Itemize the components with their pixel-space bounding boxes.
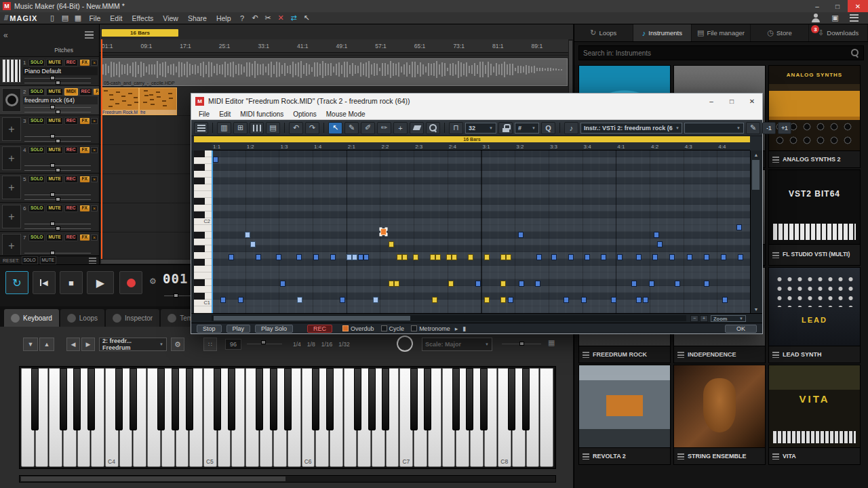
scroll-up-icon[interactable]: ▲	[751, 150, 762, 159]
instrument-card-string-ensemble[interactable]: STRING ENSEMBLE	[673, 365, 766, 465]
menu-share[interactable]: Share	[183, 14, 212, 22]
track-2-solo-button[interactable]: SOLO	[28, 88, 45, 96]
velocity-slider[interactable]	[247, 340, 282, 348]
midi-note[interactable]	[675, 281, 680, 287]
track-5-fx-button[interactable]: FX	[80, 176, 90, 182]
tab-instruments[interactable]: ♪Instruments	[633, 24, 692, 41]
piano-key-white[interactable]	[540, 368, 553, 467]
track-6-rec-button[interactable]: REC	[64, 205, 78, 212]
scissors-icon[interactable]: ✂	[262, 13, 275, 24]
keyboard-volume-slider[interactable]	[502, 342, 541, 347]
editor-menu-options[interactable]: Options	[288, 110, 321, 118]
track-6-fx-button[interactable]: FX	[80, 205, 90, 211]
midi-note[interactable]	[585, 254, 590, 260]
piano-keys[interactable]: C4C5C6C7C8	[21, 368, 554, 467]
track-7-fx-button[interactable]: FX	[80, 235, 90, 241]
instrument-card-lead-synth[interactable]: LEADLEAD SYNTH	[768, 267, 861, 363]
piano-key-black[interactable]	[186, 368, 193, 430]
piano-key-black[interactable]	[256, 368, 263, 430]
search-box[interactable]	[578, 45, 864, 60]
track-3-fx-button[interactable]: FX	[80, 118, 90, 124]
instrument-card-vita[interactable]: VITAVITA	[768, 365, 861, 465]
track-2-rec-button[interactable]: REC	[79, 88, 93, 96]
note-length-1-8[interactable]: 1/8	[307, 341, 315, 348]
editor-ok-button[interactable]: OK	[725, 325, 757, 333]
reset-solo-button[interactable]: SOLO	[22, 256, 38, 264]
editor-menu-edit[interactable]: Edit	[214, 110, 235, 118]
piano-key-black[interactable]	[368, 368, 376, 430]
transpose-up-button[interactable]: +1	[778, 122, 791, 134]
midi-note[interactable]	[245, 232, 250, 238]
midi-note[interactable]	[313, 254, 319, 260]
editor-menu-midi-functions[interactable]: MIDI functions	[235, 110, 288, 118]
piano-key-black[interactable]	[480, 368, 488, 430]
editor-maximize-button[interactable]: □	[722, 94, 742, 108]
metronome-checkbox[interactable]: Metronome	[411, 325, 450, 332]
track-name[interactable]: freedrum rock (64)	[23, 96, 98, 104]
piano-key-black[interactable]	[424, 368, 431, 430]
note-length-1-16[interactable]: 1/16	[321, 341, 333, 348]
midi-note[interactable]	[722, 297, 728, 303]
quantize-select[interactable]: 32	[465, 123, 496, 134]
help-icon[interactable]: ?	[236, 13, 249, 24]
editor-play-solo-button[interactable]: Play Solo	[255, 325, 293, 333]
track-row-2[interactable]: 2SOLOMUTEMIDIRECFX×freedrum rock (64)	[0, 86, 99, 115]
midi-note[interactable]	[276, 254, 281, 260]
zoom-tool-icon[interactable]	[426, 122, 440, 134]
add-instrument-icon[interactable]: +	[2, 176, 21, 199]
midi-note[interactable]	[468, 254, 473, 260]
fx-close-icon[interactable]: ×	[91, 60, 98, 66]
instrument-card-analog-synths-2[interactable]: ANALOG SYNTHSANALOG SYNTHS 2	[768, 65, 861, 168]
piano-key-black[interactable]	[326, 368, 334, 430]
piano-key-black[interactable]	[354, 368, 361, 430]
line-pencil-tool-icon[interactable]: ✐	[361, 122, 375, 134]
follow-playback-icon[interactable]: ▸	[455, 325, 458, 332]
midi-note[interactable]	[568, 254, 574, 260]
track-volume-slider[interactable]	[23, 134, 98, 139]
track-list-icon[interactable]	[85, 31, 94, 39]
piano-key-black[interactable]	[410, 368, 418, 430]
overdub-checkbox[interactable]: Overdub	[342, 325, 374, 332]
fx-close-icon[interactable]: ×	[91, 205, 98, 211]
tab-file-manager[interactable]: ▤File manager	[692, 24, 751, 41]
tab-store[interactable]: ◷Store	[751, 24, 810, 41]
midi-note[interactable]	[687, 254, 692, 260]
menu-effects[interactable]: Effects	[127, 14, 158, 22]
audition-note-icon[interactable]: ♪	[564, 122, 578, 134]
collapse-panel-button[interactable]: «	[3, 30, 8, 40]
midi-note[interactable]	[432, 297, 437, 303]
marker-icon[interactable]: ▮	[462, 325, 466, 332]
midi-note[interactable]	[373, 297, 378, 303]
store-box-icon[interactable]: ▣	[829, 13, 842, 24]
add-instrument-icon[interactable]: +	[2, 234, 21, 255]
search-input[interactable]	[579, 49, 850, 57]
track-pan-slider[interactable]	[23, 81, 98, 85]
transpose-down-button[interactable]: -1	[762, 122, 776, 134]
track-7-rec-button[interactable]: REC	[64, 234, 78, 241]
piano-key-black[interactable]	[87, 368, 95, 430]
reset-mute-button[interactable]: MUTE	[40, 256, 56, 264]
editor-close-button[interactable]: ✕	[742, 94, 762, 108]
midi-note[interactable]	[601, 254, 606, 260]
editor-ruler[interactable]: 16 Bars 1:11:21:31:42:12:22:32:43:13:23:…	[191, 136, 762, 150]
scrollbar-thumb[interactable]	[21, 476, 285, 481]
scroll-down-icon[interactable]: ▼	[751, 305, 762, 313]
midi-note[interactable]	[611, 297, 616, 303]
track-volume-slider[interactable]	[23, 105, 98, 110]
track-1-mute-button[interactable]: MUTE	[46, 59, 62, 66]
velocity-editor-icon[interactable]	[250, 122, 264, 134]
tab-inspector[interactable]: Inspector	[106, 309, 159, 327]
play-button[interactable]: ▶	[87, 271, 114, 294]
midi-note[interactable]	[736, 224, 742, 230]
note-length-1-4[interactable]: 1/4	[293, 341, 301, 348]
midi-note[interactable]	[220, 297, 226, 303]
instrument-card-revolta-2[interactable]: REVOLTA 2	[578, 365, 671, 465]
midi-clip-2[interactable]: fre	[139, 87, 177, 115]
midi-note[interactable]	[397, 254, 402, 260]
midi-note[interactable]	[631, 281, 637, 287]
midi-note[interactable]	[402, 254, 408, 260]
scrollbar-thumb[interactable]	[214, 316, 410, 321]
snap-select[interactable]: #	[515, 123, 539, 134]
midi-note[interactable]	[704, 254, 709, 260]
fx-close-icon[interactable]: ×	[91, 235, 98, 241]
